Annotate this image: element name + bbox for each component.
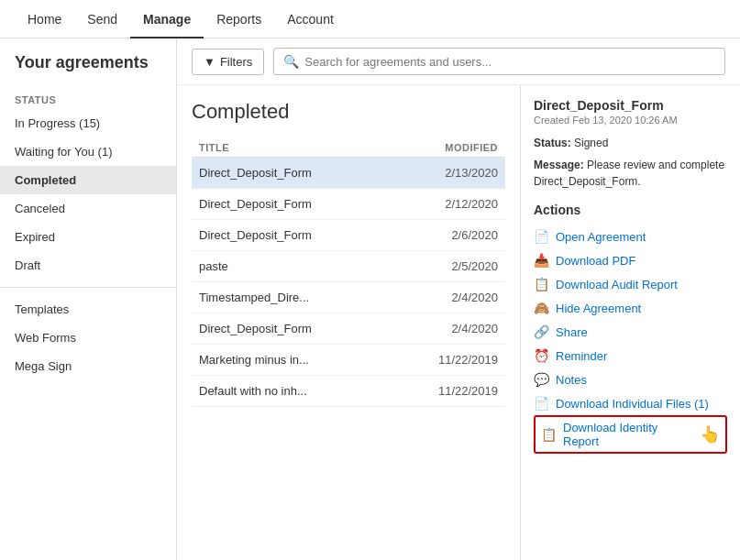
detail-message: Message: Please review and complete Dire…: [534, 157, 727, 190]
nav-account[interactable]: Account: [274, 0, 347, 38]
row-modified: 2/6/2020: [390, 220, 505, 251]
row-title: Marketing minus in...: [192, 345, 390, 376]
action-label-7: Download Individual Files (1): [556, 397, 709, 411]
action-item-8[interactable]: 📋 Download Identity Report 👆: [534, 415, 727, 454]
status-section-label: STATUS: [0, 87, 176, 109]
agreements-table: TITLE MODIFIED Direct_Deposit_Form 2/13/…: [192, 138, 505, 407]
nav-send[interactable]: Send: [74, 0, 130, 38]
action-item-5[interactable]: ⏰ Reminder: [534, 344, 727, 368]
action-icon-2: 📋: [534, 277, 548, 291]
row-title: Direct_Deposit_Form: [192, 313, 390, 345]
nav-reports[interactable]: Reports: [204, 0, 274, 38]
row-title: Direct_Deposit_Form: [192, 189, 390, 220]
row-title: Timestamped_Dire...: [192, 282, 390, 313]
action-label-4: Share: [556, 325, 588, 339]
nav-home[interactable]: Home: [15, 0, 74, 38]
doc-title: Direct_Deposit_Form: [534, 98, 727, 113]
col-title: TITLE: [192, 138, 390, 158]
action-icon-5: ⏰: [534, 348, 548, 363]
table-row[interactable]: paste 2/5/2020: [192, 251, 505, 282]
status-label: Status:: [534, 137, 571, 149]
action-item-7[interactable]: 📄 Download Individual Files (1): [534, 391, 727, 415]
status-value: Signed: [574, 137, 608, 149]
table-row[interactable]: Default with no inh... 11/22/2019: [192, 376, 505, 407]
action-icon-4: 🔗: [534, 324, 548, 339]
list-heading: Completed: [192, 100, 505, 124]
sidebar-item-templates[interactable]: Templates: [0, 295, 176, 324]
nav-manage[interactable]: Manage: [130, 0, 204, 38]
action-icon-0: 📄: [534, 229, 548, 244]
sidebar-item-draft[interactable]: Draft: [0, 251, 176, 280]
action-label-2: Download Audit Report: [556, 278, 678, 291]
content-area: ▼ Filters 🔍 Completed TITLE MODIFIED: [177, 38, 740, 560]
search-box: 🔍: [273, 48, 725, 75]
table-row[interactable]: Timestamped_Dire... 2/4/2020: [192, 282, 505, 313]
table-row[interactable]: Marketing minus in... 11/22/2019: [192, 345, 505, 376]
sidebar-item-waiting[interactable]: Waiting for You (1): [0, 137, 176, 166]
row-title: Direct_Deposit_Form: [192, 158, 390, 189]
action-item-3[interactable]: 🙈 Hide Agreement: [534, 296, 727, 320]
detail-panel: Direct_Deposit_Form Created Feb 13, 2020…: [520, 85, 740, 560]
main-container: Your agreements STATUS In Progress (15) …: [0, 38, 740, 560]
detail-status: Status: Signed: [534, 135, 727, 151]
actions-title: Actions: [534, 203, 727, 217]
row-modified: 2/5/2020: [390, 251, 505, 282]
row-title: Direct_Deposit_Form: [192, 220, 390, 251]
filter-icon: ▼: [204, 55, 215, 69]
cursor-hand: 👆: [700, 424, 720, 445]
doc-created: Created Feb 13, 2020 10:26 AM: [534, 115, 727, 126]
search-input[interactable]: [304, 55, 715, 69]
sidebar-item-completed[interactable]: Completed: [0, 166, 176, 194]
row-modified: 2/12/2020: [390, 189, 505, 220]
table-row[interactable]: Direct_Deposit_Form 2/13/2020: [192, 158, 505, 189]
top-navigation: Home Send Manage Reports Account: [0, 0, 740, 38]
sidebar-item-canceled[interactable]: Canceled: [0, 194, 176, 223]
action-icon-6: 💬: [534, 372, 548, 387]
search-icon: 🔍: [283, 54, 299, 69]
action-icon-8: 📋: [541, 427, 556, 442]
row-title: paste: [192, 251, 390, 282]
filter-label: Filters: [220, 55, 252, 69]
row-modified: 2/4/2020: [390, 282, 505, 313]
action-icon-3: 🙈: [534, 301, 548, 315]
action-item-4[interactable]: 🔗 Share: [534, 320, 727, 344]
action-label-1: Download PDF: [556, 254, 635, 268]
table-row[interactable]: Direct_Deposit_Form 2/4/2020: [192, 313, 505, 345]
agreements-list: Completed TITLE MODIFIED Direct_Deposit_…: [177, 85, 520, 560]
action-item-1[interactable]: 📥 Download PDF: [534, 248, 727, 272]
table-row[interactable]: Direct_Deposit_Form 2/6/2020: [192, 220, 505, 251]
action-item-6[interactable]: 💬 Notes: [534, 368, 727, 391]
actions-list: 📄 Open Agreement 📥 Download PDF 📋 Downlo…: [534, 225, 727, 454]
action-icon-7: 📄: [534, 396, 548, 411]
sidebar-header: Your agreements: [0, 53, 176, 87]
row-modified: 11/22/2019: [390, 345, 505, 376]
action-item-2[interactable]: 📋 Download Audit Report: [534, 272, 727, 296]
sidebar-item-expired[interactable]: Expired: [0, 223, 176, 251]
sidebar-item-in-progress[interactable]: In Progress (15): [0, 109, 176, 137]
search-bar-row: ▼ Filters 🔍: [177, 38, 740, 85]
action-label-3: Hide Agreement: [556, 302, 641, 315]
sidebar-item-mega-sign[interactable]: Mega Sign: [0, 352, 176, 380]
sidebar: Your agreements STATUS In Progress (15) …: [0, 38, 177, 560]
action-label-8: Download Identity Report: [563, 421, 689, 448]
action-item-0[interactable]: 📄 Open Agreement: [534, 225, 727, 248]
content-split: Completed TITLE MODIFIED Direct_Deposit_…: [177, 85, 740, 560]
row-modified: 2/4/2020: [390, 313, 505, 345]
table-row[interactable]: Direct_Deposit_Form 2/12/2020: [192, 189, 505, 220]
filter-button[interactable]: ▼ Filters: [192, 49, 264, 75]
message-label: Message:: [534, 159, 584, 171]
row-modified: 2/13/2020: [390, 158, 505, 189]
action-icon-1: 📥: [534, 253, 548, 268]
sidebar-item-web-forms[interactable]: Web Forms: [0, 324, 176, 352]
action-label-0: Open Agreement: [556, 230, 646, 244]
row-modified: 11/22/2019: [390, 376, 505, 407]
action-label-5: Reminder: [556, 349, 607, 363]
sidebar-title: Your agreements: [15, 53, 161, 72]
row-title: Default with no inh...: [192, 376, 390, 407]
action-label-6: Notes: [556, 373, 587, 387]
sidebar-divider: [0, 287, 176, 288]
col-modified: MODIFIED: [390, 138, 505, 158]
